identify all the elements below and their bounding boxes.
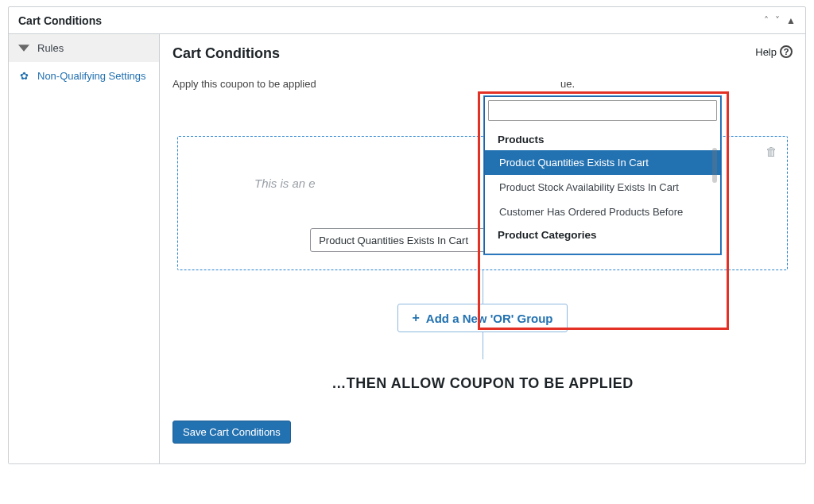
- panel-title: Cart Conditions: [18, 14, 102, 27]
- connector-line: [483, 270, 483, 304]
- save-cart-conditions-button[interactable]: Save Cart Conditions: [172, 421, 291, 444]
- move-down-icon[interactable]: ˅: [775, 15, 780, 26]
- sidebar-item-label: Rules: [37, 42, 64, 54]
- dropdown-group-product-categories: Product Categories: [485, 224, 720, 246]
- cart-conditions-panel: Cart Conditions ˄ ˅ ▲ Rules ✿ Non-Qualif…: [8, 6, 806, 464]
- funnel-icon: [18, 45, 29, 51]
- dropdown-option[interactable]: Customer Has Ordered Products Before: [485, 200, 720, 224]
- add-or-group-button[interactable]: + Add a New 'OR' Group: [397, 304, 568, 332]
- section-title: Cart Conditions: [172, 45, 280, 62]
- move-up-icon[interactable]: ˄: [764, 15, 769, 26]
- main-head: Cart Conditions Help ?: [172, 45, 793, 62]
- condition-dropdown[interactable]: Products Product Quantities Exists In Ca…: [484, 96, 721, 254]
- sidebar-item-rules[interactable]: Rules: [9, 34, 159, 62]
- section-description: Apply this coupon to be applied . ue.: [172, 78, 681, 90]
- panel-body: Rules ✿ Non-Qualifying Settings Cart Con…: [9, 34, 805, 463]
- panel-header: Cart Conditions ˄ ˅ ▲: [9, 7, 805, 34]
- panel-header-actions: ˄ ˅ ▲: [764, 15, 796, 26]
- connector-line: [483, 332, 483, 359]
- dropdown-option[interactable]: Product Quantities Exists In Cart: [485, 150, 720, 175]
- help-label: Help: [755, 46, 777, 58]
- dropdown-search-input[interactable]: [488, 100, 717, 121]
- sidebar: Rules ✿ Non-Qualifying Settings: [9, 34, 160, 463]
- conclusion-text: …THEN ALLOW COUPON TO BE APPLIED: [172, 375, 793, 392]
- select-value: Product Quantities Exists In Cart: [319, 235, 468, 246]
- help-icon: ?: [780, 45, 793, 58]
- gear-icon: ✿: [18, 70, 29, 82]
- add-or-label: Add a New 'OR' Group: [426, 312, 553, 325]
- plus-icon: +: [413, 311, 420, 325]
- dropdown-option[interactable]: Product Stock Availability Exists In Car…: [485, 175, 720, 200]
- add-or-group-row: + Add a New 'OR' Group: [172, 304, 793, 332]
- dropdown-list: Products Product Quantities Exists In Ca…: [485, 124, 720, 254]
- scrollbar[interactable]: [712, 148, 717, 183]
- help-link[interactable]: Help ?: [755, 45, 793, 58]
- toggle-panel-icon[interactable]: ▲: [786, 15, 796, 26]
- dropdown-group-products: Products: [485, 129, 720, 150]
- sidebar-item-label: Non-Qualifying Settings: [37, 70, 146, 82]
- main-content: Cart Conditions Help ? Apply this coupon…: [160, 34, 805, 463]
- trash-icon[interactable]: 🗑: [766, 145, 777, 158]
- sidebar-item-non-qualifying[interactable]: ✿ Non-Qualifying Settings: [9, 62, 159, 90]
